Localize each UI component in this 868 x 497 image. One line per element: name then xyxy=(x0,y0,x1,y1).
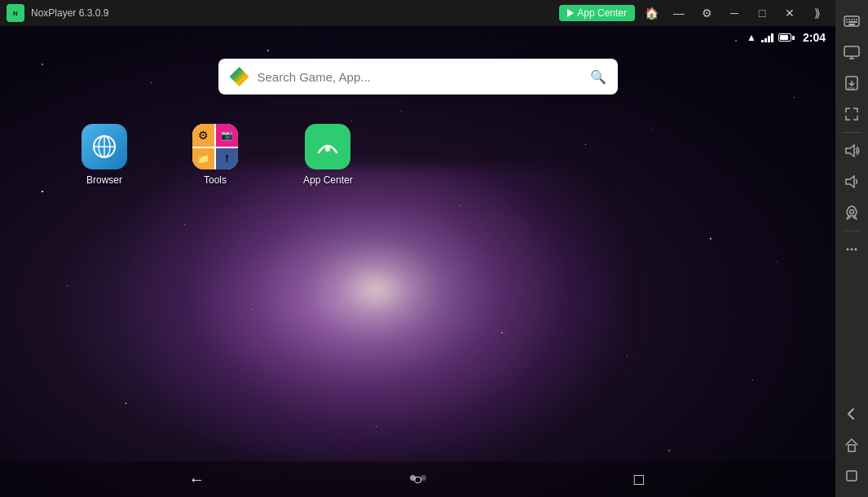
svg-point-24 xyxy=(851,248,853,251)
search-bar-container: 🔍 xyxy=(218,59,618,95)
browser-svg xyxy=(90,133,118,161)
search-input[interactable] xyxy=(258,70,582,84)
sidebar-screen-button[interactable] xyxy=(837,37,866,67)
star xyxy=(627,356,628,357)
keyboard-icon xyxy=(844,13,860,29)
play-icon xyxy=(567,9,574,17)
window-minimize-button[interactable]: ─ xyxy=(723,2,746,24)
sidebar-more-button[interactable] xyxy=(837,235,866,264)
top-bar-right: App Center 🏠 — ⚙ ─ □ ✕ ⟫ xyxy=(559,2,829,24)
svg-marker-21 xyxy=(846,176,854,187)
volume-up-icon xyxy=(844,143,860,159)
volume-down-icon xyxy=(844,174,860,190)
nox-logo-icon: N xyxy=(7,4,24,22)
star xyxy=(752,380,753,380)
star xyxy=(184,224,185,225)
sidebar-recents-button[interactable] xyxy=(837,461,866,490)
appcenter-app-icon[interactable]: App Center xyxy=(303,124,353,186)
sidebar-keyboard-button[interactable] xyxy=(837,7,866,36)
appcenter-svg xyxy=(314,133,341,161)
sidebar-home-button[interactable] xyxy=(837,430,866,460)
star xyxy=(501,332,503,334)
svg-point-23 xyxy=(847,248,849,251)
rocket-icon xyxy=(844,205,860,221)
home-nav-button[interactable]: ○ xyxy=(394,464,443,494)
status-icons: ▲ 2:04 xyxy=(747,31,826,44)
browser-label: Browser xyxy=(86,174,122,186)
recents-icon xyxy=(844,468,860,484)
svg-rect-26 xyxy=(848,445,855,451)
star xyxy=(652,130,653,130)
recents-button[interactable]: □ xyxy=(615,464,663,494)
svg-point-4 xyxy=(325,147,330,152)
star xyxy=(67,285,68,286)
browser-icon xyxy=(82,124,127,169)
emulator-area: N NoxPlayer 6.3.0.9 App Center 🏠 — ⚙ ─ □… xyxy=(0,0,835,497)
top-bar-left: N NoxPlayer 6.3.0.9 xyxy=(7,4,108,22)
search-bar[interactable]: 🔍 xyxy=(218,59,618,95)
svg-rect-27 xyxy=(847,471,857,481)
sidebar-divider-1 xyxy=(842,132,861,133)
settings-button[interactable]: ⚙ xyxy=(695,2,718,24)
battery-icon xyxy=(778,33,795,42)
more-icon xyxy=(844,241,860,257)
home-icon xyxy=(844,437,860,453)
nox-logo: N xyxy=(7,4,24,22)
svg-point-22 xyxy=(850,210,854,214)
wifi-icon: ▲ xyxy=(747,32,756,43)
window-close-button[interactable]: ✕ xyxy=(778,2,801,24)
svg-rect-14 xyxy=(844,46,859,56)
expand-button[interactable]: ⟫ xyxy=(806,2,829,24)
clock: 2:04 xyxy=(803,31,826,44)
sidebar-back-button[interactable] xyxy=(837,399,866,429)
star xyxy=(251,309,252,310)
app-center-label: App Center xyxy=(577,7,627,19)
nebula-overlay xyxy=(126,167,627,473)
appcenter-icon xyxy=(305,124,350,169)
window-maximize-button[interactable]: □ xyxy=(751,2,773,24)
svg-marker-20 xyxy=(846,145,854,156)
android-status-bar: ▲ 2:04 xyxy=(0,26,835,49)
svg-point-25 xyxy=(855,248,857,251)
minimize-button[interactable]: — xyxy=(668,2,690,24)
star xyxy=(794,97,795,98)
home-button[interactable]: 🏠 xyxy=(640,2,663,24)
star xyxy=(585,144,586,145)
search-icon[interactable]: 🔍 xyxy=(590,69,606,85)
sidebar-volume-down-button[interactable] xyxy=(837,167,866,196)
right-sidebar: APK xyxy=(835,0,868,497)
star xyxy=(42,191,43,192)
svg-text:APK: APK xyxy=(847,86,856,91)
star xyxy=(42,64,43,65)
app-grid: Browser ⚙ 📷 📁 f Tools xyxy=(82,124,353,186)
star xyxy=(267,50,269,51)
app-title: NoxPlayer 6.3.0.9 xyxy=(31,7,108,19)
tools-label: Tools xyxy=(204,174,227,186)
tools-icon: ⚙ 📷 📁 f xyxy=(192,124,238,169)
google-play-icon xyxy=(230,67,249,86)
sidebar-volume-up-button[interactable] xyxy=(837,136,866,165)
resize-icon xyxy=(844,106,860,122)
appcenter-label: App Center xyxy=(303,174,353,186)
signal-icon xyxy=(761,33,773,42)
sidebar-resize-button[interactable] xyxy=(837,99,866,129)
android-nav-bar: ← ○ □ xyxy=(0,461,835,497)
screen-icon xyxy=(844,44,860,60)
apk-icon: APK xyxy=(844,75,860,91)
star xyxy=(351,121,353,122)
back-arrow-icon xyxy=(844,406,860,422)
app-center-button[interactable]: App Center xyxy=(559,5,635,21)
browser-app-icon[interactable]: Browser xyxy=(82,124,127,186)
sidebar-apk-button[interactable]: APK xyxy=(837,68,866,98)
back-button[interactable]: ← xyxy=(172,464,221,494)
tools-app-icon[interactable]: ⚙ 📷 📁 f Tools xyxy=(192,124,238,186)
sidebar-rocket-button[interactable] xyxy=(837,198,866,227)
sidebar-divider-2 xyxy=(842,231,861,231)
top-bar: N NoxPlayer 6.3.0.9 App Center 🏠 — ⚙ ─ □… xyxy=(0,0,835,26)
android-screen[interactable]: ▲ 2:04 xyxy=(0,26,835,497)
